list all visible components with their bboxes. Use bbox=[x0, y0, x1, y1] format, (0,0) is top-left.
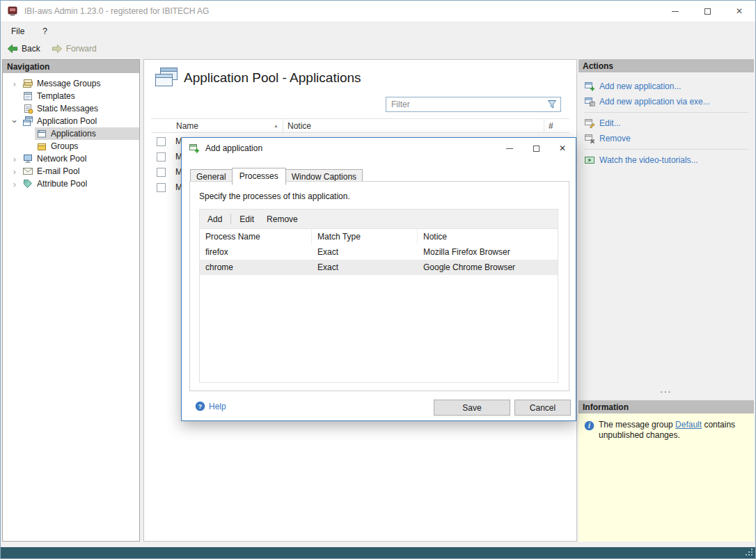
add-application-via-exe-icon bbox=[584, 96, 595, 107]
applications-table-header: Name ▲ Notice # bbox=[151, 118, 569, 133]
svg-text:i: i bbox=[588, 422, 590, 430]
action-add-new-application[interactable]: Add new application... bbox=[578, 79, 754, 94]
applications-icon bbox=[36, 128, 47, 139]
menu-bar: File ? bbox=[1, 23, 755, 39]
processes-tab-page: Specify the processes of this applicatio… bbox=[189, 181, 569, 391]
cancel-button[interactable]: Cancel bbox=[514, 400, 571, 416]
minimize-button[interactable] bbox=[659, 1, 691, 22]
sidebar-item-email-pool[interactable]: › E-mail Pool bbox=[8, 165, 139, 178]
window-title: IBI-aws Admin 1.23.0 - registered for IB… bbox=[24, 6, 209, 16]
sort-ascending-icon: ▲ bbox=[274, 123, 278, 128]
actions-list: Add new application... Add new applicati… bbox=[578, 72, 754, 168]
processes-toolbar: Add Edit Remove bbox=[200, 210, 558, 229]
panel-splitter-handle[interactable]: ··· bbox=[578, 388, 754, 395]
remove-process-button[interactable]: Remove bbox=[260, 210, 304, 228]
minimize-icon bbox=[506, 148, 513, 149]
sidebar-item-network-pool[interactable]: › Network Pool bbox=[8, 152, 139, 165]
actions-divider bbox=[584, 149, 748, 150]
help-link[interactable]: ? Help bbox=[195, 401, 226, 411]
sidebar-item-application-pool[interactable]: › Application Pool bbox=[8, 115, 139, 127]
column-header-name[interactable]: Name ▲ bbox=[172, 119, 283, 132]
process-row-chrome[interactable]: chrome Exact Google Chrome Browser bbox=[200, 260, 558, 275]
action-add-new-application-via-exe[interactable]: Add new application via exe... bbox=[578, 94, 754, 109]
minimize-icon bbox=[672, 11, 679, 12]
save-button[interactable]: Save bbox=[434, 400, 510, 416]
processes-description: Specify the processes of this applicatio… bbox=[199, 191, 350, 201]
forward-button[interactable]: Forward bbox=[52, 43, 97, 54]
email-pool-icon bbox=[22, 166, 33, 177]
filter-funnel-icon[interactable] bbox=[547, 100, 557, 109]
sidebar-item-templates[interactable]: Templates bbox=[8, 90, 139, 102]
column-header-notice[interactable]: Notice bbox=[283, 119, 544, 132]
navigation-header: Navigation bbox=[3, 60, 139, 73]
window-controls: ✕ bbox=[659, 1, 755, 22]
row-checkbox[interactable] bbox=[157, 168, 166, 177]
close-icon: ✕ bbox=[559, 143, 566, 153]
add-process-button[interactable]: Add bbox=[201, 210, 228, 228]
maximize-button[interactable] bbox=[691, 1, 723, 22]
side-panel: Actions Add new application... Add new a… bbox=[578, 59, 754, 542]
static-messages-icon bbox=[22, 103, 33, 114]
process-row-firefox[interactable]: firefox Exact Mozilla Firefox Browser bbox=[200, 244, 558, 260]
sidebar-item-groups[interactable]: Groups bbox=[8, 140, 139, 152]
add-application-icon bbox=[584, 81, 595, 92]
row-checkbox[interactable] bbox=[157, 183, 166, 192]
processes-table-header: Process Name Match Type Notice bbox=[200, 229, 558, 244]
sidebar-item-attribute-pool[interactable]: › Attribute Pool bbox=[8, 178, 139, 190]
column-header-match-type[interactable]: Match Type bbox=[312, 229, 418, 244]
maximize-icon bbox=[704, 8, 711, 15]
tab-processes[interactable]: Processes bbox=[232, 168, 286, 185]
chevron-down-icon[interactable]: › bbox=[10, 115, 19, 127]
information-header: Information bbox=[578, 400, 754, 414]
column-header-count[interactable]: # bbox=[544, 119, 569, 132]
action-watch-video-tutorials[interactable]: Watch the video-tutorials... bbox=[578, 152, 754, 168]
message-groups-icon bbox=[22, 78, 33, 89]
chevron-right-icon[interactable]: › bbox=[8, 79, 21, 88]
action-edit[interactable]: Edit... bbox=[578, 116, 754, 131]
svg-text:?: ? bbox=[198, 402, 203, 410]
page-title: Application Pool - Applications bbox=[184, 70, 361, 86]
column-header-notice[interactable]: Notice bbox=[418, 229, 558, 244]
close-button[interactable]: ✕ bbox=[723, 1, 755, 22]
processes-list: Add Edit Remove Process Name Match Type … bbox=[199, 209, 558, 383]
default-message-group-link[interactable]: Default bbox=[675, 420, 702, 430]
column-header-process-name[interactable]: Process Name bbox=[200, 229, 312, 244]
dialog-minimize-button[interactable] bbox=[496, 138, 523, 159]
resize-grip[interactable] bbox=[745, 548, 753, 556]
info-icon: i bbox=[584, 420, 594, 431]
back-button[interactable]: Back bbox=[7, 43, 40, 54]
header-checkbox-column bbox=[151, 119, 172, 132]
toolbar-separator bbox=[230, 214, 231, 224]
app-window: IBI-aws Admin 1.23.0 - registered for IB… bbox=[0, 0, 756, 559]
edit-process-button[interactable]: Edit bbox=[233, 210, 260, 228]
application-pool-large-icon bbox=[154, 67, 179, 90]
sidebar-item-applications[interactable]: Applications bbox=[8, 127, 139, 140]
filter-input[interactable] bbox=[388, 100, 547, 109]
dialog-close-button[interactable]: ✕ bbox=[549, 138, 576, 159]
maximize-icon bbox=[533, 145, 540, 152]
sidebar-item-message-groups[interactable]: › Message Groups bbox=[8, 77, 139, 90]
menu-file[interactable]: File bbox=[11, 26, 24, 36]
add-application-dialog: Add application ✕ General Processes Wind… bbox=[181, 137, 576, 421]
dialog-maximize-button[interactable] bbox=[523, 138, 549, 159]
sidebar-item-static-messages[interactable]: Static Messages bbox=[8, 102, 139, 115]
templates-icon bbox=[22, 90, 33, 102]
title-bar: IBI-aws Admin 1.23.0 - registered for IB… bbox=[1, 1, 755, 22]
information-text: The message group Default contains unpub… bbox=[599, 420, 748, 441]
video-tutorials-icon bbox=[584, 155, 595, 166]
chevron-right-icon[interactable]: › bbox=[8, 180, 21, 189]
dialog-window-controls: ✕ bbox=[496, 138, 576, 159]
menu-help[interactable]: ? bbox=[42, 26, 47, 36]
close-icon: ✕ bbox=[736, 6, 743, 16]
row-checkbox[interactable] bbox=[157, 152, 166, 162]
chevron-right-icon[interactable]: › bbox=[8, 155, 21, 164]
information-panel: i The message group Default contains unp… bbox=[578, 414, 754, 542]
network-pool-icon bbox=[22, 153, 33, 164]
help-question-icon: ? bbox=[195, 401, 205, 411]
dialog-title: Add application bbox=[205, 143, 262, 153]
row-checkbox[interactable] bbox=[157, 137, 166, 146]
action-remove[interactable]: Remove bbox=[578, 131, 754, 146]
chevron-right-icon[interactable]: › bbox=[8, 167, 21, 176]
attribute-pool-icon bbox=[22, 178, 33, 189]
ibi-aws-app-icon bbox=[7, 6, 18, 17]
